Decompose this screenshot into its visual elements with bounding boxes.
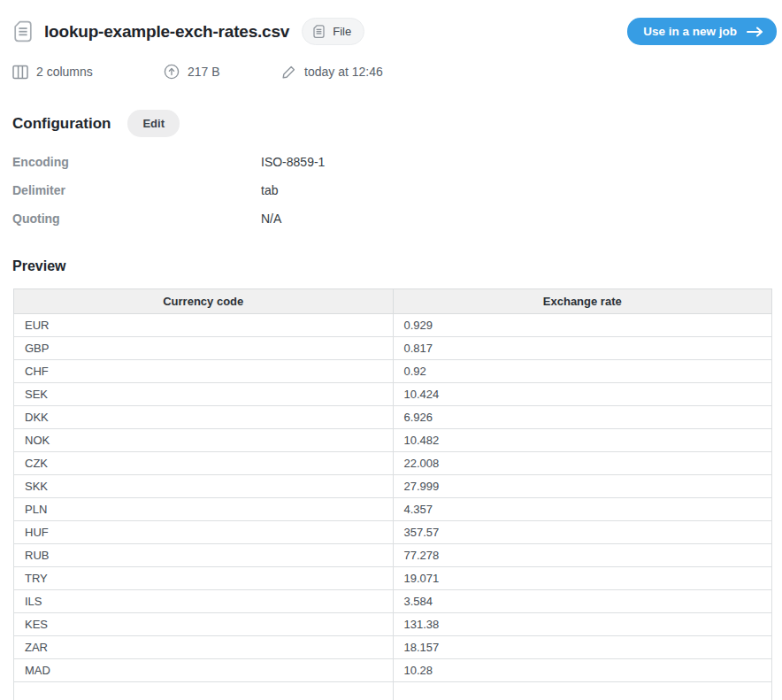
- preview-section: Preview Currency code Exchange rate EUR …: [0, 258, 782, 700]
- table-row: RUB 77.278: [14, 544, 772, 567]
- exchange-rate-cell: 10.28: [393, 659, 772, 682]
- table-row: CZK 22.008: [14, 452, 772, 475]
- preview-table-header-row: Currency code Exchange rate: [14, 289, 772, 314]
- currency-code-cell: ILS: [14, 590, 394, 613]
- configuration-field-value: N/A: [261, 212, 281, 226]
- currency-code-cell: [14, 682, 394, 700]
- configuration-field-label: Delimiter: [12, 184, 261, 197]
- use-in-new-job-button[interactable]: Use in a new job: [627, 18, 777, 45]
- meta-columns-label: 2 columns: [36, 65, 93, 79]
- file-meta-row: 2 columns 217 B today at 12:46: [12, 64, 782, 80]
- currency-code-cell: MAD: [14, 659, 394, 682]
- meta-columns: 2 columns: [12, 65, 164, 80]
- exchange-rate-cell: 10.424: [393, 383, 772, 406]
- exchange-rate-cell: 0.817: [393, 337, 772, 360]
- currency-code-cell: CZK: [14, 452, 394, 475]
- currency-code-cell: SKK: [14, 475, 394, 498]
- column-header-currency-code: Currency code: [14, 289, 394, 314]
- preview-table: Currency code Exchange rate EUR 0.929 GB…: [13, 288, 772, 700]
- file-header: lookup-example-exch-rates.csv File Use i…: [12, 18, 777, 45]
- configuration-field-row: Encoding ISO-8859-1: [12, 156, 782, 169]
- meta-size-label: 217 B: [188, 65, 220, 79]
- currency-code-cell: DKK: [14, 406, 394, 429]
- currency-code-cell: NOK: [14, 429, 394, 452]
- configuration-section: Configuration Edit Encoding ISO-8859-1 D…: [0, 110, 782, 226]
- exchange-rate-cell: 18.157: [393, 636, 772, 659]
- exchange-rate-cell: 131.38: [393, 613, 772, 636]
- exchange-rate-cell: 0.929: [393, 314, 772, 337]
- edit-configuration-button[interactable]: Edit: [127, 110, 180, 137]
- configuration-field-value: ISO-8859-1: [261, 156, 325, 169]
- column-header-exchange-rate: Exchange rate: [393, 289, 772, 314]
- currency-code-cell: TRY: [14, 567, 394, 590]
- exchange-rate-cell: 22.008: [393, 452, 772, 475]
- table-row: ZAR 18.157: [14, 636, 772, 659]
- table-row: SEK 10.424: [14, 383, 772, 406]
- exchange-rate-cell: 27.999: [393, 475, 772, 498]
- exchange-rate-cell: 77.278: [393, 544, 772, 567]
- table-row: SKK 27.999: [14, 475, 772, 498]
- currency-code-cell: PLN: [14, 498, 394, 521]
- table-row: CHF 0.92: [14, 360, 772, 383]
- table-row: TRY 19.071: [14, 567, 772, 590]
- use-in-new-job-label: Use in a new job: [643, 25, 737, 38]
- exchange-rate-cell: 6.926: [393, 406, 772, 429]
- exchange-rate-cell: [393, 682, 772, 700]
- currency-code-cell: GBP: [14, 337, 394, 360]
- meta-modified: today at 12:46: [281, 65, 383, 80]
- preview-table-body: EUR 0.929 GBP 0.817 CHF 0.92 SEK 10.424: [14, 314, 772, 682]
- arrow-up-circle-icon: [164, 64, 180, 80]
- currency-code-cell: RUB: [14, 544, 394, 567]
- arrow-right-icon: [747, 27, 763, 37]
- exchange-rate-cell: 3.584: [393, 590, 772, 613]
- preview-title: Preview: [12, 258, 782, 274]
- table-row: ILS 3.584: [14, 590, 772, 613]
- table-row: PLN 4.357: [14, 498, 772, 521]
- file-type-badge-label: File: [333, 25, 351, 38]
- currency-code-cell: HUF: [14, 521, 394, 544]
- table-row: MAD 10.28: [14, 659, 772, 682]
- configuration-field-row: Delimiter tab: [12, 184, 782, 197]
- currency-code-cell: KES: [14, 613, 394, 636]
- file-document-icon: [12, 19, 34, 43]
- badge-document-icon: [312, 24, 326, 39]
- configuration-field-row: Quoting N/A: [12, 212, 782, 226]
- table-columns-icon: [12, 65, 28, 80]
- preview-table-partial: [14, 682, 772, 700]
- configuration-field-value: tab: [261, 184, 278, 197]
- configuration-field-label: Quoting: [12, 212, 261, 226]
- currency-code-cell: SEK: [14, 383, 394, 406]
- page-title: lookup-example-exch-rates.csv: [44, 22, 289, 42]
- exchange-rate-cell: 4.357: [393, 498, 772, 521]
- table-row: EUR 0.929: [14, 314, 772, 337]
- table-row: NOK 10.482: [14, 429, 772, 452]
- currency-code-cell: ZAR: [14, 636, 394, 659]
- table-row: GBP 0.817: [14, 337, 772, 360]
- currency-code-cell: EUR: [14, 314, 394, 337]
- meta-modified-label: today at 12:46: [304, 65, 383, 79]
- file-type-badge: File: [302, 18, 364, 45]
- exchange-rate-cell: 19.071: [393, 567, 772, 590]
- table-row: HUF 357.57: [14, 521, 772, 544]
- table-row: DKK 6.926: [14, 406, 772, 429]
- table-row: KES 131.38: [14, 613, 772, 636]
- exchange-rate-cell: 0.92: [393, 360, 772, 383]
- meta-size: 217 B: [164, 64, 281, 80]
- currency-code-cell: CHF: [14, 360, 394, 383]
- configuration-title: Configuration: [12, 115, 111, 133]
- configuration-fields: Encoding ISO-8859-1 Delimiter tab Quotin…: [12, 156, 782, 226]
- configuration-field-label: Encoding: [12, 156, 261, 169]
- exchange-rate-cell: 10.482: [393, 429, 772, 452]
- pencil-icon: [281, 65, 296, 80]
- table-row-partial: [14, 682, 772, 700]
- exchange-rate-cell: 357.57: [393, 521, 772, 544]
- configuration-header: Configuration Edit: [12, 110, 782, 137]
- preview-table-head: Currency code Exchange rate: [14, 289, 772, 314]
